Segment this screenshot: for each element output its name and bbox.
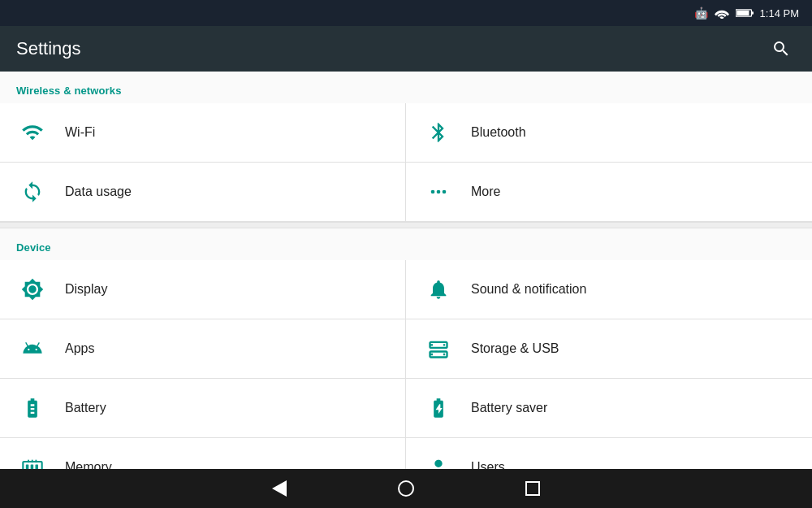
- wireless-grid: Wi-Fi Bluetooth Data usage: [0, 103, 812, 222]
- memory-item[interactable]: Memory: [0, 438, 406, 469]
- bluetooth-icon: [422, 116, 455, 149]
- sound-icon: [422, 273, 455, 306]
- users-label: Users: [471, 460, 505, 469]
- app-title: Settings: [16, 38, 81, 59]
- status-bar: 🤖 1:14 PM: [0, 0, 812, 26]
- apps-item[interactable]: Apps: [0, 319, 406, 379]
- data-usage-item[interactable]: Data usage: [0, 163, 406, 222]
- apps-icon: [16, 332, 49, 365]
- users-item[interactable]: Users: [406, 438, 812, 469]
- data-usage-icon: [16, 176, 49, 208]
- device-grid: Display Sound & notification Apps: [0, 260, 812, 469]
- search-button[interactable]: [767, 34, 796, 63]
- device-section: Device Display Sound & notification: [0, 228, 812, 469]
- more-icon: [422, 176, 455, 208]
- battery-icon: [16, 392, 49, 424]
- data-usage-label: Data usage: [65, 185, 132, 199]
- apps-label: Apps: [65, 341, 94, 356]
- svg-point-5: [443, 190, 447, 194]
- bluetooth-item[interactable]: Bluetooth: [406, 103, 812, 163]
- wireless-section: Wireless & networks Wi-Fi Bluetooth: [0, 72, 812, 222]
- svg-rect-10: [28, 460, 29, 463]
- battery-status-icon: [736, 7, 754, 19]
- sound-item[interactable]: Sound & notification: [406, 260, 812, 319]
- svg-rect-7: [26, 465, 28, 470]
- wifi-label: Wi-Fi: [65, 125, 95, 140]
- sound-label: Sound & notification: [471, 282, 586, 297]
- memory-label: Memory: [65, 460, 112, 469]
- battery-saver-icon: [422, 392, 455, 424]
- wifi-icon: [16, 116, 49, 149]
- section-divider: [0, 222, 812, 228]
- svg-rect-2: [736, 11, 749, 15]
- storage-label: Storage & USB: [471, 341, 559, 356]
- settings-content: Wireless & networks Wi-Fi Bluetooth: [0, 72, 812, 469]
- wifi-status-icon: [715, 7, 729, 19]
- battery-saver-item[interactable]: Battery saver: [406, 379, 812, 438]
- back-button[interactable]: [265, 474, 294, 503]
- storage-icon: [422, 332, 455, 365]
- display-item[interactable]: Display: [0, 260, 406, 319]
- device-section-header: Device: [0, 228, 812, 260]
- bluetooth-label: Bluetooth: [471, 125, 526, 140]
- wireless-section-header: Wireless & networks: [0, 72, 812, 103]
- memory-icon: [16, 451, 49, 469]
- display-icon: [16, 273, 49, 306]
- battery-label: Battery: [65, 401, 106, 415]
- svg-rect-9: [36, 465, 39, 470]
- svg-point-4: [437, 190, 441, 194]
- battery-saver-label: Battery saver: [471, 401, 547, 415]
- home-button[interactable]: [391, 474, 421, 503]
- wifi-item[interactable]: Wi-Fi: [0, 103, 406, 163]
- android-icon: 🤖: [694, 7, 708, 20]
- users-icon: [422, 451, 455, 469]
- svg-rect-1: [751, 11, 754, 14]
- more-label: More: [471, 185, 500, 199]
- display-label: Display: [65, 282, 107, 297]
- svg-point-3: [431, 190, 435, 194]
- status-time: 1:14 PM: [760, 7, 799, 20]
- recents-button[interactable]: [518, 474, 547, 503]
- svg-rect-11: [32, 460, 33, 463]
- navigation-bar: [0, 469, 812, 508]
- svg-rect-8: [31, 465, 34, 470]
- app-header: Settings: [0, 26, 812, 72]
- storage-item[interactable]: Storage & USB: [406, 319, 812, 379]
- battery-item[interactable]: Battery: [0, 379, 406, 438]
- svg-rect-12: [36, 460, 37, 463]
- more-item[interactable]: More: [406, 163, 812, 222]
